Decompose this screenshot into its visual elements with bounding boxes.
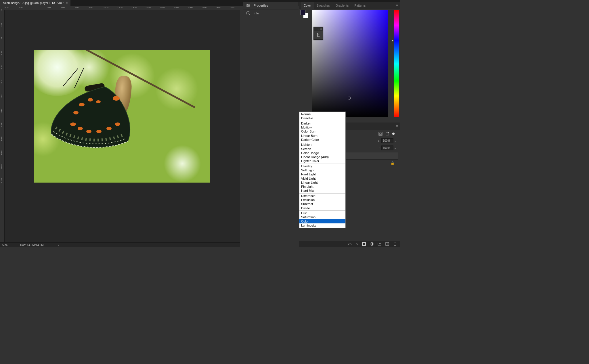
ruler-tick: 2000 [0, 178, 3, 183]
panel-menu-icon[interactable]: ≡ [396, 3, 398, 8]
blend-mode-color-dodge[interactable]: Color Dodge [299, 151, 345, 155]
floating-mini-palette[interactable]: ›› × ⇅ [313, 27, 323, 40]
tab-patterns[interactable]: Patterns [351, 2, 368, 9]
ruler-tick: 400 [61, 6, 65, 9]
status-bar: 50% Doc: 14.0M/14.0M › [0, 242, 240, 247]
blend-mode-subtract[interactable]: Subtract [299, 202, 345, 206]
blend-mode-dissolve[interactable]: Dissolve [299, 116, 345, 120]
blend-mode-overlay[interactable]: Overlay [299, 164, 345, 168]
collapsed-panel-info[interactable]: iInfo [243, 9, 299, 17]
color-field[interactable] [312, 10, 388, 117]
ruler-tick: 2400 [202, 6, 207, 9]
artboard-icon[interactable] [378, 132, 383, 136]
mask-icon[interactable] [362, 242, 366, 246]
opacity-dropdown-icon[interactable]: ⌄ [393, 139, 397, 142]
fill-dropdown-icon[interactable]: ⌄ [393, 146, 397, 150]
canvas-viewport[interactable] [5, 10, 240, 242]
blend-mode-soft-light[interactable]: Soft Light [299, 168, 345, 172]
blend-mode-hard-mix[interactable]: Hard Mix [299, 189, 345, 193]
ruler-vertical[interactable]: 0600020040060080010001200140016001800200… [0, 10, 5, 242]
blend-mode-saturation[interactable]: Saturation [299, 215, 345, 219]
fx-icon[interactable]: fx [355, 242, 358, 246]
blend-mode-pin-light[interactable]: Pin Light [299, 185, 345, 189]
right-panel-column: Color Swatches Gradients Patterns ≡ ›› ×… [299, 2, 400, 120]
collapsed-panel-label: Info [254, 12, 259, 15]
close-tab-icon[interactable]: × [66, 1, 68, 5]
fill-value[interactable]: 100% [381, 145, 393, 150]
mini-palette-glyph[interactable]: ⇅ [314, 31, 323, 39]
fg-bg-swatches[interactable] [300, 10, 309, 19]
ruler-tick: 800 [0, 94, 3, 97]
ruler-tick: 400 [0, 66, 3, 69]
status-arrow-icon[interactable]: › [58, 244, 59, 247]
mini-palette-close-icon[interactable]: × [320, 28, 322, 30]
ruler-tick: 0 [0, 9, 3, 10]
blend-mode-difference[interactable]: Difference [299, 194, 345, 198]
hue-slider[interactable] [394, 10, 399, 117]
blend-mode-luminosity[interactable]: Luminosity [299, 223, 345, 227]
svg-text:i: i [248, 12, 249, 15]
blend-mode-darker-color[interactable]: Darker Color [299, 138, 345, 142]
ruler-tick: 200 [0, 51, 3, 55]
ruler-tick: 600 [0, 80, 3, 83]
frame-icon[interactable] [385, 132, 389, 136]
blend-mode-linear-light[interactable]: Linear Light [299, 181, 345, 185]
svg-rect-16 [379, 132, 382, 135]
svg-point-1 [96, 100, 101, 103]
blend-mode-vivid-light[interactable]: Vivid Light [299, 176, 345, 180]
blend-mode-normal[interactable]: Normal [299, 112, 345, 116]
svg-point-4 [70, 122, 76, 126]
fill-label: l: [379, 146, 380, 150]
svg-point-10 [113, 96, 120, 101]
color-panel-tabs: Color Swatches Gradients Patterns ≡ [299, 2, 400, 9]
info-icon: i [246, 11, 251, 16]
blend-mode-divide[interactable]: Divide [299, 206, 345, 210]
collapsed-panel-properties[interactable]: Properties [243, 2, 299, 9]
ruler-tick: 600 [0, 23, 3, 27]
new-layer-icon[interactable] [385, 242, 389, 246]
ruler-tick: 2800 [230, 6, 235, 9]
ruler-tick: 600 [75, 6, 79, 9]
blend-mode-linear-dodge-add-[interactable]: Linear Dodge (Add) [299, 155, 345, 159]
blend-mode-hue[interactable]: Hue [299, 211, 345, 215]
trash-icon[interactable] [393, 242, 397, 246]
svg-point-8 [106, 127, 112, 130]
blend-mode-menu[interactable]: NormalDissolveDarkenMultiplyColor BurnLi… [299, 112, 346, 228]
ruler-tick: 1600 [146, 6, 151, 9]
blend-mode-multiply[interactable]: Multiply [299, 125, 345, 129]
tab-swatches[interactable]: Swatches [314, 2, 333, 9]
dot-icon [392, 133, 395, 135]
document-tab[interactable]: colorChange-1-3.jpg @ 50% (Layer 1, RGB/… [0, 0, 70, 6]
link-layers-icon[interactable]: co [348, 242, 352, 246]
blend-mode-screen[interactable]: Screen [299, 147, 345, 151]
svg-point-3 [73, 111, 79, 114]
foreground-swatch[interactable] [300, 10, 305, 15]
ruler-tick: 0 [0, 37, 3, 39]
blend-mode-color[interactable]: Color [299, 219, 345, 223]
blend-mode-hard-light[interactable]: Hard Light [299, 172, 345, 176]
group-icon[interactable] [378, 242, 381, 246]
ruler-tick: 1000 [0, 108, 3, 113]
svg-point-6 [86, 130, 91, 133]
ruler-tick: 0 [33, 6, 34, 9]
tab-color[interactable]: Color [301, 2, 314, 9]
svg-point-0 [88, 98, 93, 101]
hue-slider-marker[interactable] [392, 39, 393, 42]
blend-mode-exclusion[interactable]: Exclusion [299, 198, 345, 202]
opacity-value[interactable]: 100% [381, 138, 393, 143]
adjustment-icon[interactable] [370, 242, 374, 246]
canvas-image [34, 50, 210, 183]
blend-mode-color-burn[interactable]: Color Burn [299, 129, 345, 133]
blend-mode-darken[interactable]: Darken [299, 121, 345, 125]
blend-mode-lighter-color[interactable]: Lighter Color [299, 159, 345, 163]
lock-icon[interactable]: 🔒 [391, 161, 395, 165]
ruler-tick: 400 [5, 6, 8, 9]
tab-gradients[interactable]: Gradients [333, 2, 352, 9]
blend-mode-linear-burn[interactable]: Linear Burn [299, 133, 345, 137]
mini-palette-collapse-icon[interactable]: ›› [318, 28, 320, 30]
blend-mode-lighten[interactable]: Lighten [299, 143, 345, 147]
layers-menu-icon[interactable]: ≡ [396, 124, 398, 129]
ruler-horizontal[interactable]: 4002000200400600800100012001400160018002… [5, 6, 240, 10]
zoom-level[interactable]: 50% [2, 244, 17, 247]
color-field-cursor[interactable] [348, 97, 351, 99]
